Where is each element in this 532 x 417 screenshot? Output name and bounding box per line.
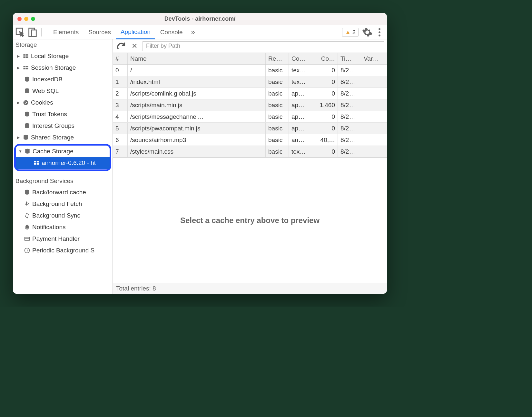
kebab-menu-icon[interactable] xyxy=(374,27,385,38)
table-row[interactable]: 0/basictex…08/2… xyxy=(113,65,387,76)
cell-var xyxy=(361,146,387,157)
database-icon xyxy=(24,189,30,196)
label: airhorner-0.6.20 - ht xyxy=(42,159,96,167)
tab-application[interactable]: Application xyxy=(116,25,155,39)
sidebar-item-shared-storage[interactable]: ▶ Shared Storage xyxy=(13,132,113,143)
col-time[interactable]: Ti… xyxy=(338,53,361,64)
database-icon xyxy=(24,88,30,94)
col-vary[interactable]: Var… xyxy=(361,53,387,64)
col-response[interactable]: Re… xyxy=(266,53,289,64)
cell-co2: 0 xyxy=(312,146,338,157)
col-index[interactable]: # xyxy=(113,53,128,64)
table-row[interactable]: 4/scripts/messagechannel…basicap…08/2… xyxy=(113,111,387,123)
table-icon xyxy=(33,160,40,166)
sidebar-item-trust-tokens[interactable]: Trust Tokens xyxy=(13,108,113,120)
cookie-icon xyxy=(23,99,29,106)
label: Payment Handler xyxy=(32,235,80,242)
cell-idx: 3 xyxy=(113,99,128,111)
inspect-element-icon[interactable] xyxy=(15,27,26,38)
section-background-services: Background Services xyxy=(13,176,113,187)
fetch-icon xyxy=(24,201,30,207)
cell-name: / xyxy=(128,65,266,76)
cell-re: basic xyxy=(266,88,289,99)
cell-re: basic xyxy=(266,65,289,76)
cache-entries-table: # Name Re… Co… Co… Ti… Var… 0/basictex…0… xyxy=(113,53,387,158)
label: Interest Groups xyxy=(32,122,74,129)
table-row[interactable]: 3/scripts/main.min.jsbasicap…1,4608/2… xyxy=(113,99,387,111)
cell-var xyxy=(361,65,387,76)
filter-input[interactable] xyxy=(143,41,384,51)
svg-point-5 xyxy=(379,35,380,36)
table-row[interactable]: 2/scripts/comlink.global.jsbasicap…08/2… xyxy=(113,88,387,99)
cell-ti: 8/2… xyxy=(338,111,361,122)
sidebar-item-session-storage[interactable]: ▶ Session Storage xyxy=(13,62,113,74)
expand-icon: ▶ xyxy=(17,54,21,58)
sidebar-item-cache-entry[interactable]: airhorner-0.6.20 - ht xyxy=(16,157,110,169)
cell-var xyxy=(361,134,387,146)
sidebar-item-payment-handler[interactable]: Payment Handler xyxy=(13,233,113,245)
cell-name: /scripts/messagechannel… xyxy=(128,111,266,122)
sidebar-item-cookies[interactable]: ▶ Cookies xyxy=(13,97,113,108)
panel-tabs: Elements Sources Application Console » xyxy=(49,25,341,39)
svg-rect-13 xyxy=(26,68,28,69)
table-row[interactable]: 7/styles/main.cssbasictex…08/2… xyxy=(113,146,387,158)
cell-var xyxy=(361,88,387,99)
warnings-badge[interactable]: ▲ 2 xyxy=(342,28,359,37)
cache-storage-highlight: ▼ Cache Storage airhorner-0.6.20 - ht xyxy=(14,144,111,171)
tab-console[interactable]: Console xyxy=(156,25,187,39)
tab-elements[interactable]: Elements xyxy=(49,25,83,39)
expand-icon: ▶ xyxy=(17,135,21,140)
table-row[interactable]: 1/index.htmlbasictex…08/2… xyxy=(113,76,387,88)
settings-icon[interactable] xyxy=(362,27,373,38)
sync-icon xyxy=(24,212,30,219)
svg-rect-2 xyxy=(32,30,36,36)
col-name[interactable]: Name xyxy=(128,53,266,64)
svg-rect-10 xyxy=(24,66,26,67)
expand-icon: ▶ xyxy=(17,100,21,105)
database-icon xyxy=(24,148,31,155)
cache-storage-panel: ✕ # Name Re… Co… Co… Ti… Var… 0/basictex… xyxy=(113,39,387,294)
svg-rect-6 xyxy=(24,54,26,56)
sidebar-item-cache-storage[interactable]: ▼ Cache Storage xyxy=(16,146,110,157)
svg-rect-27 xyxy=(37,163,39,165)
cell-var xyxy=(361,99,387,111)
cell-var xyxy=(361,76,387,87)
sidebar-item-back-forward-cache[interactable]: Back/forward cache xyxy=(13,187,113,198)
svg-rect-8 xyxy=(24,56,26,58)
table-row[interactable]: 6/sounds/airhorn.mp3basicau…40,…8/2… xyxy=(113,134,387,146)
device-toggle-icon[interactable] xyxy=(27,27,38,38)
col-content-type[interactable]: Co… xyxy=(289,53,312,64)
cell-ti: 8/2… xyxy=(338,146,361,157)
tab-sources[interactable]: Sources xyxy=(84,25,115,39)
sidebar-item-background-sync[interactable]: Background Sync xyxy=(13,210,113,221)
sidebar-item-periodic-sync[interactable]: Periodic Background S xyxy=(13,245,113,256)
cell-name: /scripts/comlink.global.js xyxy=(128,88,266,99)
database-icon xyxy=(24,76,30,83)
warning-count: 2 xyxy=(352,29,356,36)
svg-rect-7 xyxy=(26,54,28,56)
sidebar-item-notifications[interactable]: Notifications xyxy=(13,221,113,233)
cell-co2: 40,… xyxy=(312,134,338,146)
table-row[interactable]: 5/scripts/pwacompat.min.jsbasicap…08/2… xyxy=(113,123,387,134)
cell-idx: 1 xyxy=(113,76,128,87)
cell-var xyxy=(361,111,387,122)
svg-rect-24 xyxy=(34,161,36,162)
sidebar-item-interest-groups[interactable]: Interest Groups xyxy=(13,120,113,132)
col-content-length[interactable]: Co… xyxy=(312,53,338,64)
sidebar-item-indexeddb[interactable]: IndexedDB xyxy=(13,74,113,85)
cell-name: /scripts/pwacompat.min.js xyxy=(128,123,266,134)
label: Session Storage xyxy=(31,64,76,71)
section-storage: Storage xyxy=(13,39,113,50)
sidebar-item-websql[interactable]: Web SQL xyxy=(13,85,113,97)
cell-re: basic xyxy=(266,111,289,122)
svg-point-16 xyxy=(24,100,28,105)
footer-status: Total entries: 8 xyxy=(113,283,387,294)
clear-icon[interactable]: ✕ xyxy=(129,41,140,52)
label: Trust Tokens xyxy=(32,111,67,118)
refresh-icon[interactable] xyxy=(115,41,126,52)
label: Background Fetch xyxy=(32,200,82,208)
svg-rect-26 xyxy=(34,163,36,165)
sidebar-item-background-fetch[interactable]: Background Fetch xyxy=(13,198,113,210)
more-tabs-icon[interactable]: » xyxy=(188,28,198,36)
sidebar-item-local-storage[interactable]: ▶ Local Storage xyxy=(13,50,113,62)
